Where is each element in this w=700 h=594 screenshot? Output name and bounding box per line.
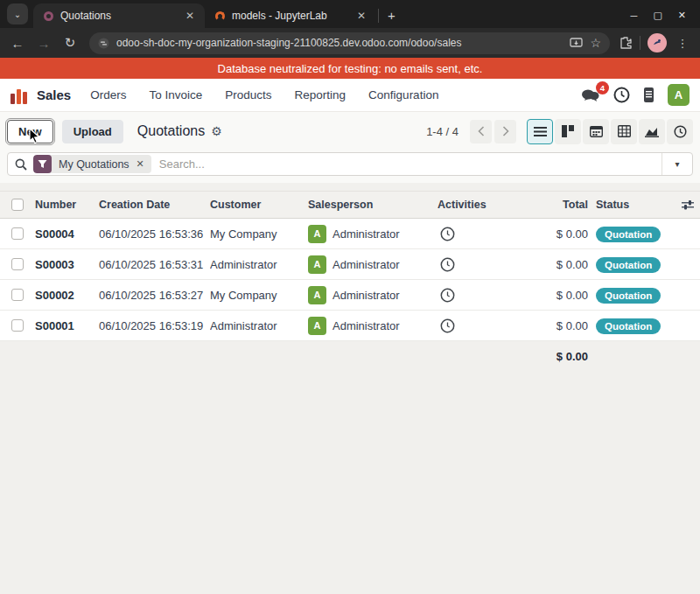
activity-clock-icon[interactable] bbox=[438, 227, 536, 241]
filter-facet[interactable]: My Quotations ✕ bbox=[33, 155, 151, 173]
customer-name: My Company bbox=[210, 227, 308, 241]
column-header-activities[interactable]: Activities bbox=[438, 199, 536, 211]
quotation-number: S00003 bbox=[35, 258, 99, 271]
back-button[interactable]: ← bbox=[7, 36, 28, 51]
activity-view-button[interactable] bbox=[667, 119, 693, 144]
new-tab-button[interactable]: + bbox=[388, 8, 396, 23]
table-footer: $ 0.00 bbox=[0, 341, 700, 371]
mouse-cursor bbox=[29, 128, 41, 143]
creation-date: 06/10/2025 16:53:27 bbox=[99, 289, 210, 302]
install-app-icon[interactable] bbox=[570, 38, 583, 49]
row-checkbox[interactable] bbox=[11, 289, 24, 301]
sales-app-icon[interactable] bbox=[10, 87, 28, 104]
pager-and-views: 1-4 / 4 bbox=[426, 119, 693, 144]
tab-search-button[interactable]: ⌄ bbox=[7, 3, 28, 24]
salesperson-name: Administrator bbox=[332, 258, 400, 271]
tab-title: models - JupyterLab bbox=[232, 10, 348, 22]
phone-icon[interactable] bbox=[643, 87, 654, 103]
creation-date: 06/10/2025 16:53:19 bbox=[99, 319, 210, 332]
tab-separator bbox=[378, 9, 379, 23]
nav-menu-item[interactable]: Configuration bbox=[368, 88, 438, 101]
user-avatar[interactable]: A bbox=[668, 84, 690, 106]
search-icon bbox=[15, 158, 27, 171]
table-row[interactable]: S00002 06/10/2025 16:53:27 My Company A … bbox=[0, 280, 700, 311]
salesperson-avatar: A bbox=[308, 286, 326, 304]
message-count-badge: 4 bbox=[596, 81, 609, 94]
row-checkbox[interactable] bbox=[11, 319, 24, 332]
address-bar[interactable]: odoo-sh-doc-my-organization-staging-2110… bbox=[89, 32, 610, 54]
upload-button[interactable]: Upload bbox=[62, 120, 123, 143]
tab-quotations[interactable]: Quotations ✕ bbox=[33, 3, 205, 28]
tab-close-icon[interactable]: ✕ bbox=[184, 10, 196, 22]
reload-button[interactable]: ↻ bbox=[60, 35, 80, 51]
minimize-button[interactable]: ─ bbox=[631, 10, 638, 21]
search-dropdown-caret-icon[interactable]: ▾ bbox=[662, 159, 692, 169]
row-total: $ 0.00 bbox=[536, 289, 588, 302]
column-header-status[interactable]: Status bbox=[588, 199, 676, 211]
graph-view-button[interactable] bbox=[639, 119, 665, 144]
quotation-number: S00001 bbox=[35, 319, 99, 332]
extensions-icon[interactable] bbox=[619, 36, 633, 50]
table-header: Number Creation Date Customer Salesperso… bbox=[0, 192, 700, 219]
test-banner-text: Database neutralized for testing: no ema… bbox=[218, 62, 483, 75]
browser-menu-icon[interactable]: ⋮ bbox=[672, 37, 693, 50]
tab-close-icon[interactable]: ✕ bbox=[355, 10, 368, 22]
activity-clock-icon[interactable] bbox=[438, 318, 536, 333]
row-checkbox[interactable] bbox=[11, 258, 24, 270]
table-row[interactable]: S00001 06/10/2025 16:53:19 Administrator… bbox=[0, 311, 700, 341]
profile-avatar[interactable] bbox=[648, 33, 667, 52]
tab-title: Quotations bbox=[60, 10, 177, 22]
nav-menu-item[interactable]: Reporting bbox=[295, 88, 346, 101]
select-all-checkbox[interactable] bbox=[11, 199, 24, 211]
maximize-button[interactable]: ▢ bbox=[653, 10, 662, 21]
close-button[interactable]: ✕ bbox=[678, 10, 686, 21]
customer-name: My Company bbox=[210, 289, 308, 302]
column-header-number[interactable]: Number bbox=[35, 199, 99, 211]
activity-clock-icon[interactable] bbox=[438, 257, 536, 272]
table-body: S00004 06/10/2025 16:53:36 My Company A … bbox=[0, 219, 700, 341]
creation-date: 06/10/2025 16:53:36 bbox=[99, 227, 210, 241]
test-banner: Database neutralized for testing: no ema… bbox=[0, 58, 700, 79]
pager-next-icon[interactable] bbox=[494, 120, 516, 143]
row-checkbox[interactable] bbox=[11, 227, 24, 240]
kanban-view-button[interactable] bbox=[555, 119, 581, 144]
search-bar[interactable]: My Quotations ✕ ▾ bbox=[7, 152, 693, 176]
messages-icon[interactable]: 4 bbox=[581, 87, 600, 103]
page-title: Quotations bbox=[137, 123, 205, 139]
footer-total: $ 0.00 bbox=[536, 350, 588, 363]
column-header-creation-date[interactable]: Creation Date bbox=[99, 199, 210, 211]
site-settings-icon[interactable] bbox=[98, 38, 109, 49]
systray: 4 A bbox=[581, 84, 690, 106]
salesperson-name: Administrator bbox=[332, 319, 400, 332]
row-total: $ 0.00 bbox=[536, 258, 588, 271]
app-name[interactable]: Sales bbox=[37, 87, 71, 102]
browser-tabstrip: ⌄ Quotations ✕ models - JupyterLab ✕ + ─… bbox=[0, 0, 700, 28]
nav-menu-item[interactable]: Products bbox=[225, 88, 271, 101]
gear-icon[interactable]: ⚙ bbox=[211, 124, 222, 138]
tab-jupyterlab[interactable]: models - JupyterLab ✕ bbox=[205, 3, 376, 28]
bookmark-star-icon[interactable]: ☆ bbox=[590, 36, 601, 50]
table-row[interactable]: S00003 06/10/2025 16:53:31 Administrator… bbox=[0, 249, 700, 280]
list-view-button[interactable] bbox=[527, 119, 553, 144]
facet-remove-icon[interactable]: ✕ bbox=[135, 158, 151, 170]
nav-menu-item[interactable]: Orders bbox=[90, 88, 126, 101]
pivot-view-button[interactable] bbox=[611, 119, 637, 144]
table-row[interactable]: S00004 06/10/2025 16:53:36 My Company A … bbox=[0, 219, 700, 249]
column-header-salesperson[interactable]: Salesperson bbox=[308, 199, 438, 211]
facet-label: My Quotations bbox=[52, 158, 135, 171]
pager-prev-icon[interactable] bbox=[470, 120, 492, 143]
column-header-total[interactable]: Total bbox=[536, 199, 588, 211]
customer-name: Administrator bbox=[210, 258, 308, 271]
row-total: $ 0.00 bbox=[536, 227, 588, 241]
search-input[interactable] bbox=[159, 157, 662, 171]
salesperson-avatar: A bbox=[308, 255, 326, 274]
jupyter-favicon-icon bbox=[215, 11, 225, 21]
activity-clock-icon[interactable] bbox=[438, 288, 536, 303]
optional-columns-icon[interactable] bbox=[676, 199, 700, 210]
column-header-customer[interactable]: Customer bbox=[210, 199, 308, 211]
activities-clock-icon[interactable] bbox=[613, 87, 630, 103]
calendar-view-button[interactable] bbox=[583, 119, 609, 144]
odoo-navbar: Sales OrdersTo InvoiceProductsReportingC… bbox=[0, 79, 700, 112]
forward-button[interactable]: → bbox=[33, 36, 54, 51]
nav-menu-item[interactable]: To Invoice bbox=[149, 88, 202, 101]
